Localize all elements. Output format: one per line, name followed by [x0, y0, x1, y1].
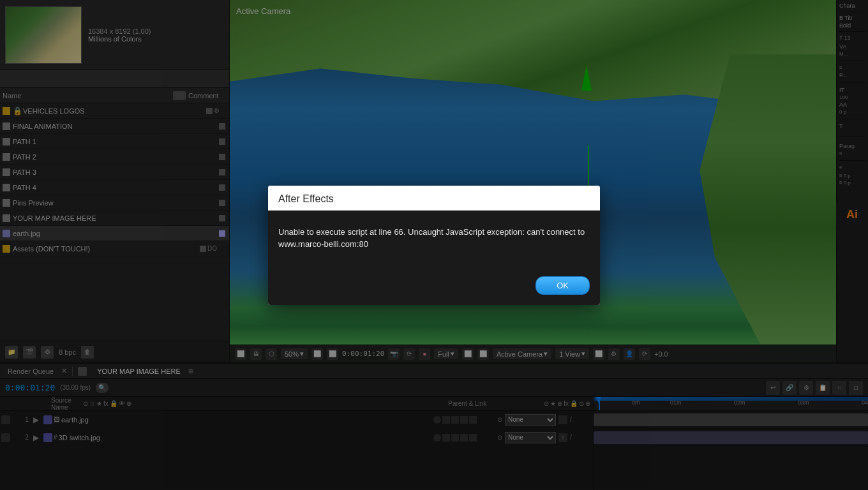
dialog-title-bar: After Effects: [268, 186, 600, 211]
dialog-box: After Effects Unable to execute script a…: [268, 186, 600, 305]
dialog-footer: OK: [268, 271, 600, 305]
dialog-ok-button[interactable]: OK: [535, 276, 590, 295]
dialog-message: Unable to execute script at line 66. Unc…: [278, 226, 590, 251]
dialog-title: After Effects: [278, 193, 334, 204]
dialog-body: Unable to execute script at line 66. Unc…: [268, 211, 600, 271]
dialog-overlay: After Effects Unable to execute script a…: [0, 0, 868, 490]
